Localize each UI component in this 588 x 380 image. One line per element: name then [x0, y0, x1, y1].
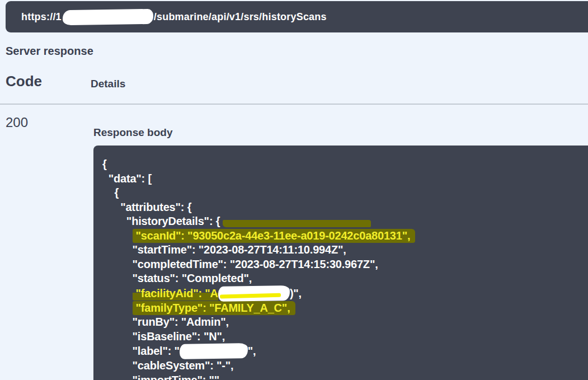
url-prefix: https://1 — [21, 11, 62, 23]
code-line: "facilityAid": "A)", — [102, 286, 581, 301]
code-line: "historyDetails": { — [102, 214, 581, 229]
request-url-text[interactable]: https://1/submarine/api/v1/srs/historySc… — [21, 10, 327, 25]
response-body-code[interactable]: { "data": [ { "attributes": { "historyDe… — [93, 146, 588, 380]
json-text — [102, 229, 133, 242]
json-text: "historyDetails": { — [102, 215, 220, 227]
json-text: { — [102, 186, 119, 199]
code-line: "cableSystem": "-", — [102, 359, 581, 373]
json-text: "label": " — [102, 345, 180, 357]
url-redaction-scribble — [63, 8, 153, 25]
json-text: "startTime": "2023-08-27T14:11:10.994Z", — [102, 243, 346, 256]
url-path: /submarine/api/v1/srs/historyScans — [154, 11, 327, 23]
json-text: "isBaseline": "N", — [102, 330, 225, 343]
code-line: "isBaseline": "N", — [102, 330, 581, 344]
server-response-heading: Server response — [6, 45, 93, 58]
response-body-label: Response body — [93, 126, 172, 139]
highlighted-json-text: "familyType": "FAMILY_A_C", — [133, 301, 295, 315]
highlighter-streak — [223, 220, 371, 227]
code-line: "importTime": "" — [102, 373, 581, 380]
redaction-scribble — [180, 343, 248, 359]
json-text: { — [102, 158, 107, 170]
json-text: "data": [ — [102, 172, 152, 185]
json-text: )", — [290, 287, 302, 299]
status-code-value: 200 — [6, 115, 28, 130]
code-line: "label": "", — [102, 344, 581, 359]
json-text: "status": "Completed", — [102, 272, 252, 284]
json-text: "importTime": "" — [102, 374, 219, 380]
code-line: "familyType": "FAMILY_A_C", — [102, 301, 581, 316]
redaction-scribble — [218, 285, 290, 301]
code-line: "completedTime": "2023-08-27T14:15:30.96… — [102, 257, 581, 272]
code-column-header: Code — [6, 73, 42, 90]
json-text — [102, 287, 133, 299]
request-url-bar: https://1/submarine/api/v1/srs/historySc… — [6, 1, 588, 32]
highlighted-json-text: "facilityAid": "A — [133, 287, 218, 301]
code-line: "status": "Completed", — [102, 271, 581, 286]
code-line: { — [102, 157, 581, 172]
code-line: { — [102, 186, 581, 200]
code-line: "startTime": "2023-08-27T14:11:10.994Z", — [102, 243, 581, 257]
details-column-header: Details — [91, 78, 125, 90]
code-line: "attributes": { — [102, 200, 581, 215]
code-line: "data": [ — [102, 172, 581, 186]
code-line: "runBy": "Admin", — [102, 315, 581, 330]
json-text: "attributes": { — [102, 201, 191, 213]
json-text: "runBy": "Admin", — [102, 316, 229, 328]
highlighted-json-text: "scanId": "93050c2a-44e3-11ee-a019-0242c… — [133, 229, 416, 243]
json-text: "cableSystem": "-", — [102, 359, 233, 372]
header-divider — [0, 104, 588, 105]
code-line: "scanId": "93050c2a-44e3-11ee-a019-0242c… — [102, 229, 581, 243]
json-text — [102, 302, 133, 314]
json-text: ", — [248, 345, 256, 357]
json-text: "completedTime": "2023-08-27T14:15:30.96… — [102, 258, 378, 270]
